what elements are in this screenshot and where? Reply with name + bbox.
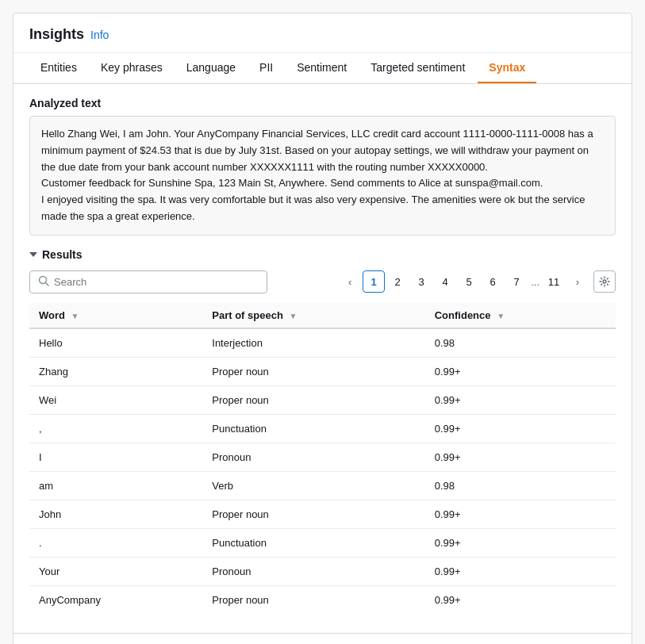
cell-part-of_speech: Verb <box>202 471 424 500</box>
sort-pos-icon: ▼ <box>289 312 297 320</box>
cell-word: am <box>29 471 202 500</box>
page-7-button[interactable]: 7 <box>505 270 528 293</box>
cell-part-of_speech: Proper noun <box>202 357 424 385</box>
column-word[interactable]: Word ▼ <box>29 303 202 328</box>
page-6-button[interactable]: 6 <box>482 270 504 293</box>
table-header: Word ▼ Part of speech ▼ Confidence ▼ <box>29 303 616 328</box>
cell-part-of_speech: Punctuation <box>202 528 424 557</box>
cell-part-of_speech: Punctuation <box>202 414 424 443</box>
page-4-button[interactable]: 4 <box>434 270 456 293</box>
cell-confidence: 0.98 <box>425 471 616 500</box>
search-input[interactable] <box>54 276 259 288</box>
search-bar-row: ‹ 1 2 3 4 5 6 7 ... 11 › <box>29 270 616 293</box>
pagination: ‹ 1 2 3 4 5 6 7 ... 11 › <box>339 270 589 293</box>
table-row: HelloInterjection0.98 <box>29 328 616 358</box>
cell-confidence: 0.99+ <box>425 414 616 443</box>
cell-word: AnyCompany <box>29 585 202 614</box>
table-row: IPronoun0.99+ <box>29 443 616 471</box>
cell-part-of_speech: Pronoun <box>202 557 424 585</box>
page-5-button[interactable]: 5 <box>458 270 480 293</box>
cell-word: . <box>29 528 202 557</box>
cell-word: John <box>29 500 202 528</box>
analyzed-text-section: Analyzed text Hello Zhang Wei, I am John… <box>29 97 616 236</box>
sort-confidence-icon: ▼ <box>497 312 505 320</box>
main-content: Analyzed text Hello Zhang Wei, I am John… <box>13 84 632 633</box>
table-row: YourPronoun0.99+ <box>29 557 616 585</box>
tab-bar: EntitiesKey phrasesLanguagePIISentimentT… <box>13 53 632 84</box>
search-icon <box>38 275 49 289</box>
cell-word: Zhang <box>29 357 202 385</box>
cell-part-of_speech: Pronoun <box>202 443 424 471</box>
prev-page-button[interactable]: ‹ <box>339 270 361 293</box>
cell-part-of_speech: Proper noun <box>202 585 424 614</box>
table-row: amVerb0.98 <box>29 471 616 500</box>
table-row: .Punctuation0.99+ <box>29 528 616 557</box>
cell-confidence: 0.99+ <box>425 585 616 614</box>
panel-header: Insights Info <box>13 13 632 53</box>
cell-word: , <box>29 414 202 443</box>
table-body: HelloInterjection0.98ZhangProper noun0.9… <box>29 328 616 614</box>
page-ellipsis: ... <box>529 276 541 288</box>
cell-word: I <box>29 443 202 471</box>
insights-panel: Insights Info EntitiesKey phrasesLanguag… <box>13 13 632 644</box>
tab-sentiment[interactable]: Sentiment <box>286 53 358 83</box>
column-confidence[interactable]: Confidence ▼ <box>425 303 616 328</box>
cell-confidence: 0.99+ <box>425 443 616 471</box>
cell-confidence: 0.98 <box>425 328 616 358</box>
svg-line-1 <box>46 282 49 286</box>
analyzed-text-title: Analyzed text <box>29 97 616 109</box>
results-label: Results <box>42 248 83 261</box>
cell-confidence: 0.99+ <box>425 500 616 528</box>
cell-confidence: 0.99+ <box>425 385 616 414</box>
tab-language[interactable]: Language <box>175 53 247 83</box>
info-link[interactable]: Info <box>90 29 109 41</box>
cell-confidence: 0.99+ <box>425 357 616 385</box>
settings-button[interactable] <box>593 270 616 293</box>
cell-confidence: 0.99+ <box>425 557 616 585</box>
application-integration-section[interactable]: Application integration <box>13 633 632 644</box>
page-2-button[interactable]: 2 <box>386 270 409 293</box>
tab-key-phrases[interactable]: Key phrases <box>90 53 174 83</box>
cell-word: Your <box>29 557 202 585</box>
column-part-of-speech[interactable]: Part of speech ▼ <box>202 303 424 328</box>
page-11-button[interactable]: 11 <box>543 270 565 293</box>
page-1-button[interactable]: 1 <box>363 270 385 293</box>
table-row: ,Punctuation0.99+ <box>29 414 616 443</box>
page-3-button[interactable]: 3 <box>410 270 432 293</box>
cell-word: Wei <box>29 385 202 414</box>
cell-part-of_speech: Proper noun <box>202 500 424 528</box>
results-table: Word ▼ Part of speech ▼ Confidence ▼ Hel… <box>29 303 616 614</box>
results-toggle[interactable]: Results <box>29 248 616 261</box>
results-section: Results ‹ 1 2 <box>29 248 616 614</box>
table-row: JohnProper noun0.99+ <box>29 500 616 528</box>
search-wrapper <box>29 270 267 293</box>
next-page-button[interactable]: › <box>566 270 589 293</box>
pagination-row: ‹ 1 2 3 4 5 6 7 ... 11 › <box>339 270 616 293</box>
tab-entities[interactable]: Entities <box>29 53 88 83</box>
panel-title: Insights <box>29 26 84 43</box>
table-row: ZhangProper noun0.99+ <box>29 357 616 385</box>
analyzed-text-content: Hello Zhang Wei, I am John. Your AnyComp… <box>29 116 616 236</box>
tab-pii[interactable]: PII <box>248 53 284 83</box>
collapse-icon <box>29 252 37 257</box>
svg-point-2 <box>603 280 606 283</box>
sort-word-icon: ▼ <box>71 312 79 320</box>
table-row: AnyCompanyProper noun0.99+ <box>29 585 616 614</box>
cell-part-of_speech: Proper noun <box>202 385 424 414</box>
table-row: WeiProper noun0.99+ <box>29 385 616 414</box>
cell-word: Hello <box>29 328 202 358</box>
tab-targeted-sentiment[interactable]: Targeted sentiment <box>359 53 476 83</box>
cell-confidence: 0.99+ <box>425 528 616 557</box>
cell-part-of_speech: Interjection <box>202 328 424 358</box>
tab-syntax[interactable]: Syntax <box>478 53 536 83</box>
